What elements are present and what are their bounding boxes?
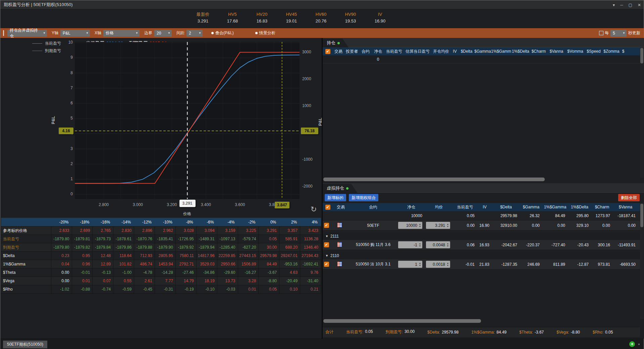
virtual-col-均价[interactable]: 均价 xyxy=(425,204,453,210)
add-underlying-button[interactable]: 新增标的 xyxy=(325,194,346,201)
avg-price-stepper[interactable]: 3.291▲▼ xyxy=(425,222,453,229)
positions-col-1%$Delta[interactable]: 1%$Delta xyxy=(511,49,530,54)
chevron-down-icon[interactable]: ▼ xyxy=(638,343,640,346)
spinner-arrows-icon[interactable]: ▲▼ xyxy=(418,262,422,267)
virtual-summary-cell: 1273.97 xyxy=(591,213,613,218)
collapse-arrow-icon[interactable]: ▼ xyxy=(325,235,328,238)
boundary-dropdown[interactable]: 20 ▼ xyxy=(154,30,172,37)
scenario-radio[interactable]: 情景分析 xyxy=(255,30,275,36)
virtual-hscrollbar[interactable] xyxy=(323,319,481,323)
virtual-col-交易[interactable]: 交易 xyxy=(333,204,349,210)
select-all-checkbox[interactable]: ✔ xyxy=(325,49,330,54)
spinner-arrows-icon[interactable]: ▲▼ xyxy=(446,262,450,267)
virtual-col-合约[interactable]: 合约 xyxy=(349,204,397,210)
positions-col-IV[interactable]: IV xyxy=(451,49,459,54)
virtual-col-$Gamma[interactable]: $Gamma xyxy=(520,205,542,209)
toolbar-drag-handle[interactable] xyxy=(3,30,4,36)
y-axis-label: Y轴 xyxy=(52,30,58,36)
tab-positions[interactable]: 持仓 xyxy=(323,39,348,47)
positions-col-开仓均价[interactable]: 开仓均价 xyxy=(431,49,451,54)
virtual-col-1%$Gamma[interactable]: 1%$Gamma xyxy=(542,205,568,209)
menu-arrow-icon[interactable]: ▾ xyxy=(613,3,615,7)
group-row-2110[interactable]: ▼2110 xyxy=(323,252,640,259)
maximize-icon[interactable]: ▢ xyxy=(629,3,632,7)
y-axis-dropdown[interactable]: P&L ▼ xyxy=(60,30,90,37)
virtual-col-净仓[interactable]: 净仓 xyxy=(397,204,425,210)
scenario-table: -20%-18%-16%-14%-12%-10%-8%-6%-4%-2%0%2%… xyxy=(1,218,321,294)
x-axis-dropdown[interactable]: 价格 ▼ xyxy=(103,30,140,37)
cell-gamma1: 811.89 xyxy=(542,262,568,267)
positions-col-$Charm[interactable]: $Charm xyxy=(530,49,547,54)
positions-col-$[interactable]: $ xyxy=(621,49,626,54)
virtual-position-row[interactable]: ✔510050 购 11月 3.6-1▲▼0.0048▲▼0.0616.93-2… xyxy=(323,240,640,250)
positions-col-$Speed[interactable]: $Speed xyxy=(585,49,602,54)
positions-summary-cell: 0 xyxy=(372,57,384,62)
chart-panel: 当前盈亏 到期盈亏 当前盈亏:2904.83 到期盈亏:3005.34 0123… xyxy=(0,38,322,339)
stat-最新价: 最新价3.291 xyxy=(188,11,218,24)
cell-delta1: -20.43 xyxy=(568,243,591,247)
add-view-button[interactable]: + xyxy=(629,341,635,347)
spinner-arrows-icon[interactable]: ▲▼ xyxy=(418,223,422,228)
select-all-checkbox[interactable]: ✔ xyxy=(325,205,330,210)
spinner-arrows-icon[interactable]: ▲▼ xyxy=(446,243,450,247)
net-position-stepper[interactable]: -1▲▼ xyxy=(397,241,425,248)
virtual-col-$Charm[interactable]: $Charm xyxy=(591,205,613,209)
close-icon[interactable]: ✕ xyxy=(638,3,641,7)
positions-col-交易[interactable]: 交易 xyxy=(333,49,344,54)
position-mode-dropdown[interactable]: 持仓合并虚拟持仓 ▼ xyxy=(7,30,47,37)
add-option-combo-button[interactable]: 新增期权组合 xyxy=(349,194,378,201)
virtual-col-当前盈亏[interactable]: 当前盈亏 xyxy=(453,204,477,210)
cell-vanna: -6693.50 xyxy=(613,262,638,267)
virtual-col-$Vanna[interactable]: $Vanna xyxy=(613,205,638,209)
chart-refresh-icon[interactable]: ↻ xyxy=(311,205,317,214)
positions-col-$Vomma[interactable]: $Vomma xyxy=(566,49,585,54)
chevron-down-icon: ▼ xyxy=(83,32,89,35)
virtual-col-1%$Delta[interactable]: 1%$Delta xyxy=(568,205,591,209)
positions-col-$Zomma[interactable]: $Zomma xyxy=(602,49,621,54)
virtual-vscrollbar[interactable] xyxy=(640,204,643,227)
trade-flag-icon[interactable] xyxy=(337,242,342,247)
positions-col-1%$Gamma[interactable]: 1%$Gamma xyxy=(491,49,511,54)
virtual-col-$Delta[interactable]: $Delta xyxy=(492,205,520,209)
tab-virtual-positions[interactable]: 虚拟持仓 xyxy=(323,184,357,193)
avg-price-stepper[interactable]: 0.0018▲▼ xyxy=(425,261,453,268)
interval-dropdown[interactable]: 2 ▼ xyxy=(186,30,203,37)
refresh-checkbox[interactable] xyxy=(599,31,603,35)
refresh-interval-dropdown[interactable]: 5 ▼ xyxy=(610,30,627,37)
stat-label: 最新价 xyxy=(188,11,218,18)
positions-col-合约[interactable]: 合约 xyxy=(360,49,372,54)
positions-col-$Vanna[interactable]: $Vanna xyxy=(547,49,566,54)
virtual-position-row[interactable]: ✔510050 沽 10月 3.11▲▼0.0018▲▼-0.0121.83-1… xyxy=(323,259,640,269)
trade-flag-icon[interactable] xyxy=(337,261,342,266)
positions-vscrollbar[interactable] xyxy=(640,48,643,63)
positions-col-$Gamma[interactable]: $Gamma xyxy=(474,49,491,54)
row-checkbox[interactable]: ✔ xyxy=(324,223,329,228)
delete-all-button[interactable]: 删除全部 xyxy=(618,194,640,201)
positions-col-$Delta[interactable]: $Delta xyxy=(459,49,474,54)
group-row-2111[interactable]: ▼2111 xyxy=(323,233,640,240)
net-position-stepper[interactable]: 1▲▼ xyxy=(397,261,425,268)
trade-flag-icon[interactable] xyxy=(337,222,342,228)
spinner-arrows-icon[interactable]: ▲▼ xyxy=(446,223,450,228)
positions-col-投资者[interactable]: 投资者 xyxy=(344,49,360,54)
overlay-radio[interactable]: 叠合(P&L) xyxy=(211,30,234,36)
positions-col-估算当日盈亏[interactable]: 估算当日盈亏 xyxy=(404,49,431,54)
pnl-chart-plot[interactable] xyxy=(75,42,300,199)
avg-price-stepper[interactable]: 0.0048▲▼ xyxy=(425,241,453,248)
pnl-chart[interactable]: 012345678910300020001000-1000-20002.8003… xyxy=(0,38,322,218)
positions-col-当前盈亏[interactable]: 当前盈亏 xyxy=(384,49,404,54)
scenario-cell: 1453.94 xyxy=(155,260,176,268)
positions-col-净仓[interactable]: 净仓 xyxy=(372,49,384,54)
net-position-stepper[interactable]: 10000▲▼ xyxy=(397,222,425,229)
minimize-icon[interactable]: ─ xyxy=(620,3,623,7)
status-tab-50etf[interactable]: 50ETF期权(510050) xyxy=(3,341,47,348)
virtual-col-IV[interactable]: IV xyxy=(477,205,492,209)
virtual-position-row[interactable]: ✔50ETF10000▲▼3.291▲▼0.0016.9032910.000.0… xyxy=(323,220,640,231)
scenario-cell: 7.77 xyxy=(155,277,176,285)
spinner-arrows-icon[interactable]: ▲▼ xyxy=(418,243,422,247)
collapse-arrow-icon[interactable]: ▼ xyxy=(325,254,328,257)
cell-delta: -1287.35 xyxy=(492,262,520,267)
row-checkbox[interactable]: ✔ xyxy=(324,242,329,247)
positions-hscrollbar[interactable] xyxy=(323,178,545,181)
row-checkbox[interactable]: ✔ xyxy=(324,262,329,267)
